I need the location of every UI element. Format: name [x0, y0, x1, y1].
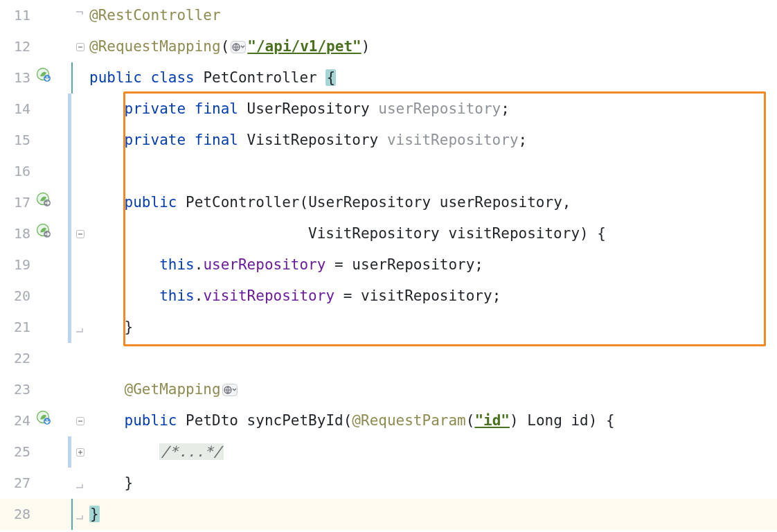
- code-content[interactable]: @GetMapping: [88, 374, 777, 405]
- brace-open: {: [606, 412, 615, 429]
- fold-column: [73, 281, 88, 312]
- code-content[interactable]: public PetController(UserRepository user…: [88, 187, 777, 218]
- code-line-current[interactable]: 28 }: [0, 499, 777, 530]
- fold-top-icon[interactable]: [75, 11, 85, 21]
- fold-column: [73, 156, 88, 187]
- gutter-icon-slot[interactable]: [33, 218, 54, 249]
- keyword-public: public: [89, 69, 151, 86]
- gutter: 18: [0, 218, 68, 249]
- fold-minus-icon[interactable]: [75, 229, 85, 239]
- line-number: 22: [0, 343, 33, 374]
- code-content[interactable]: private final UserRepository userReposit…: [88, 94, 777, 125]
- code-line[interactable]: 19 this.userRepository = userRepository;: [0, 249, 777, 281]
- spring-bean-out-icon[interactable]: [36, 218, 51, 249]
- gutter: 25: [0, 436, 68, 468]
- code-content[interactable]: @RequestMapping("/api/v1/pet"): [88, 31, 777, 62]
- fold-column: [73, 31, 88, 62]
- type-name: UserRepository: [308, 194, 440, 211]
- code-line[interactable]: 17 public PetController(UserRepository u…: [0, 187, 777, 218]
- fold-column: [73, 405, 88, 436]
- brace-open: {: [325, 69, 336, 86]
- param-name: id: [571, 412, 588, 429]
- line-number: 18: [0, 218, 33, 249]
- fold-column: [73, 62, 88, 94]
- code-content[interactable]: public PetDto syncPetById(@RequestParam(…: [88, 405, 777, 436]
- url-globe-icon[interactable]: [222, 384, 238, 396]
- fold-column: [73, 218, 88, 249]
- code-line[interactable]: 20 this.visitRepository = visitRepositor…: [0, 281, 777, 312]
- gutter: 22: [0, 343, 68, 374]
- constructor-name: PetController: [186, 194, 299, 211]
- code-content[interactable]: /*...*/: [88, 436, 777, 468]
- fold-plus-icon[interactable]: [75, 447, 85, 457]
- code-line[interactable]: 13 public class PetController {: [0, 62, 777, 94]
- line-number: 20: [0, 281, 33, 312]
- code-content[interactable]: [88, 343, 777, 374]
- fold-minus-icon[interactable]: [75, 42, 85, 52]
- fold-end-icon[interactable]: [75, 323, 85, 332]
- code-content[interactable]: }: [88, 499, 777, 530]
- fold-end-icon[interactable]: [75, 510, 85, 520]
- code-content[interactable]: this.visitRepository = visitRepository;: [88, 281, 777, 312]
- fold-column: [73, 94, 88, 125]
- keyword-private: private: [125, 100, 195, 117]
- code-line[interactable]: 11 @RestController: [0, 0, 777, 31]
- string-literal: "id": [474, 412, 510, 429]
- fold-end-icon[interactable]: [75, 479, 85, 488]
- code-content[interactable]: }: [88, 468, 777, 499]
- gutter: 17: [0, 187, 68, 218]
- code-editor[interactable]: 11 @RestController 12 @RequestMapping("/…: [0, 0, 777, 532]
- brace-close: }: [89, 506, 100, 522]
- fold-column: [73, 374, 88, 405]
- code-line[interactable]: 22: [0, 343, 777, 374]
- keyword-this: this: [159, 287, 195, 304]
- type-name: Long: [527, 412, 571, 429]
- fold-column: [73, 468, 88, 499]
- code-line[interactable]: 18 VisitRepository visitRepository) {: [0, 218, 777, 249]
- folded-comment[interactable]: /*...*/: [159, 443, 224, 460]
- fold-column: [73, 0, 88, 31]
- code-line[interactable]: 24 public PetDto syncPetById(@RequestPar…: [0, 405, 777, 436]
- gutter: 16: [0, 156, 68, 187]
- fold-column: [73, 436, 88, 468]
- code-content[interactable]: public class PetController {: [88, 62, 777, 94]
- field-name: visitRepository: [387, 132, 519, 148]
- code-line[interactable]: 15 private final VisitRepository visitRe…: [0, 125, 777, 156]
- fold-minus-icon[interactable]: [75, 416, 85, 426]
- spring-bean-out-icon[interactable]: [36, 187, 51, 218]
- line-number: 13: [0, 62, 33, 94]
- line-number: 19: [0, 249, 33, 281]
- code-line[interactable]: 21 }: [0, 312, 777, 343]
- return-type: PetDto: [186, 412, 247, 429]
- code-content[interactable]: }: [88, 312, 777, 343]
- identifier: userRepository: [352, 256, 474, 273]
- code-line[interactable]: 16: [0, 156, 777, 187]
- brace-open: {: [597, 225, 606, 242]
- param-name: visitRepository: [448, 225, 580, 242]
- code-line[interactable]: 14 private final UserRepository userRepo…: [0, 94, 777, 125]
- spring-bean-in-icon[interactable]: [36, 62, 51, 94]
- code-line[interactable]: 23 @GetMapping: [0, 374, 777, 405]
- code-content[interactable]: private final VisitRepository visitRepos…: [88, 125, 777, 156]
- gutter-icon-slot[interactable]: [33, 405, 54, 436]
- code-line[interactable]: 12 @RequestMapping("/api/v1/pet"): [0, 31, 777, 62]
- line-number: 11: [0, 0, 33, 31]
- code-content[interactable]: @RestController: [88, 0, 777, 31]
- annotation: @RestController: [89, 7, 221, 24]
- keyword-private: private: [125, 132, 195, 148]
- code-content[interactable]: this.userRepository = userRepository;: [88, 249, 777, 281]
- fold-column: [73, 499, 88, 530]
- field-ref: visitRepository: [203, 287, 334, 304]
- spring-bean-in-icon[interactable]: [36, 405, 51, 436]
- field-ref: userRepository: [203, 256, 325, 273]
- code-content[interactable]: VisitRepository visitRepository) {: [88, 218, 777, 249]
- code-content[interactable]: [88, 156, 777, 187]
- gutter-icon-slot[interactable]: [33, 187, 54, 218]
- code-line[interactable]: 25 /*...*/: [0, 436, 777, 468]
- code-line[interactable]: 27 }: [0, 468, 777, 499]
- url-globe-icon[interactable]: [231, 41, 246, 53]
- gutter-icon-slot[interactable]: [33, 62, 54, 94]
- gutter: 15: [0, 125, 68, 156]
- param-name: userRepository: [440, 194, 562, 211]
- gutter: 24: [0, 405, 68, 436]
